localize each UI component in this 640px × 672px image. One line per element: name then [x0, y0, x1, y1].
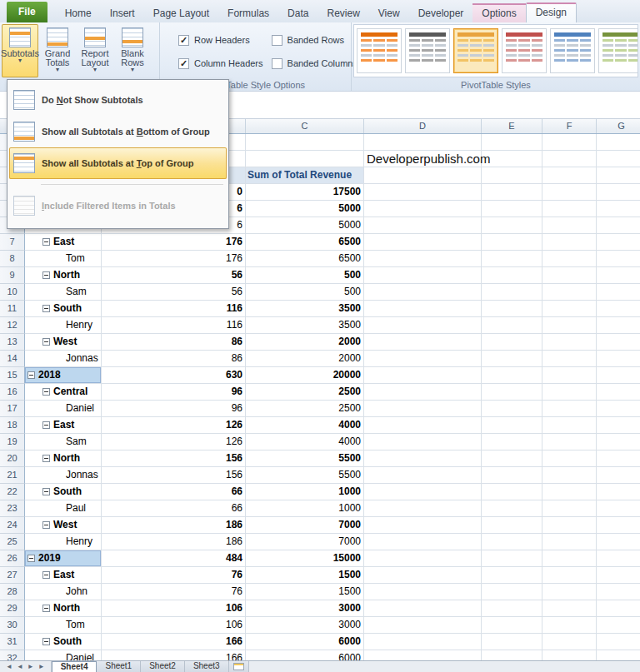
cell-e27[interactable]	[482, 567, 542, 584]
cell-b17[interactable]: 96	[102, 401, 246, 417]
cell-f6[interactable]	[542, 217, 597, 234]
cell-d4[interactable]	[364, 184, 482, 201]
cell-g30[interactable]	[597, 617, 640, 634]
cell-g24[interactable]	[597, 517, 640, 534]
cell-a12[interactable]: Henry	[25, 317, 102, 334]
cell-e12[interactable]	[482, 317, 542, 334]
cell-c31[interactable]: 6000	[246, 634, 364, 650]
cell-e8[interactable]	[482, 251, 542, 267]
cell-b25[interactable]: 186	[102, 534, 246, 550]
cell-e31[interactable]	[482, 634, 542, 650]
cell-d3[interactable]	[364, 167, 482, 184]
cell-c32[interactable]: 6000	[246, 650, 364, 660]
cell-c19[interactable]: 4000	[246, 434, 364, 450]
cell-e29[interactable]	[482, 600, 542, 617]
collapse-icon[interactable]	[42, 638, 50, 645]
cell-g21[interactable]	[597, 467, 640, 484]
cell-g13[interactable]	[597, 334, 640, 351]
column-header-e[interactable]: E	[482, 119, 542, 133]
cell-e18[interactable]	[482, 417, 542, 434]
collapse-icon[interactable]	[42, 305, 50, 312]
cell-e4[interactable]	[482, 184, 542, 201]
cell-c26[interactable]: 15000	[246, 550, 364, 567]
cell-f29[interactable]	[542, 600, 597, 617]
row-header-12[interactable]: 12	[0, 317, 25, 334]
cell-e28[interactable]	[482, 584, 542, 600]
cell-d7[interactable]	[364, 234, 482, 251]
row-header-21[interactable]: 21	[0, 467, 25, 484]
cell-g27[interactable]	[597, 567, 640, 584]
column-header-g[interactable]: G	[597, 119, 640, 133]
cell-g10[interactable]	[597, 284, 640, 301]
cell-f26[interactable]	[542, 550, 597, 567]
cell-c15[interactable]: 20000	[246, 367, 364, 384]
cell-g31[interactable]	[597, 634, 640, 650]
row-header-28[interactable]: 28	[0, 584, 25, 600]
cell-b29[interactable]: 106	[102, 600, 246, 617]
cell-f4[interactable]	[542, 184, 597, 201]
cell-f31[interactable]	[542, 634, 597, 650]
menu-item-none[interactable]: Do Not Show Subtotals	[9, 84, 227, 116]
cell-f18[interactable]	[542, 417, 597, 434]
cell-e24[interactable]	[482, 517, 542, 534]
cell-g5[interactable]	[597, 201, 640, 217]
row-header-25[interactable]: 25	[0, 534, 25, 550]
tab-data[interactable]: Data	[278, 5, 318, 22]
row-header-23[interactable]: 23	[0, 500, 25, 517]
cell-f13[interactable]	[542, 334, 597, 351]
cell-a13[interactable]: West	[25, 334, 102, 351]
cell-d16[interactable]	[364, 384, 482, 401]
cell-g23[interactable]	[597, 500, 640, 517]
collapse-icon[interactable]	[28, 555, 35, 562]
cell-g25[interactable]	[597, 534, 640, 550]
cell-e10[interactable]	[482, 284, 542, 301]
cell-e16[interactable]	[482, 384, 542, 401]
cell-e15[interactable]	[482, 367, 542, 384]
column-header-d[interactable]: D	[364, 119, 482, 133]
cell-f10[interactable]	[542, 284, 597, 301]
cell-b14[interactable]: 86	[102, 351, 246, 367]
cell-f17[interactable]	[542, 401, 597, 417]
cell-e3[interactable]	[482, 167, 542, 184]
cell-e9[interactable]	[482, 267, 542, 284]
pivot-style-red[interactable]	[502, 28, 547, 73]
cell-c28[interactable]: 1500	[246, 584, 364, 600]
row-header-9[interactable]: 9	[0, 267, 25, 284]
row-header-24[interactable]: 24	[0, 517, 25, 534]
cell-d5[interactable]	[364, 201, 482, 217]
row-header-26[interactable]: 26	[0, 550, 25, 567]
cell-b7[interactable]: 176	[102, 234, 246, 251]
cell-b21[interactable]: 156	[102, 467, 246, 484]
blank-rows-button[interactable]: BlankRows	[114, 24, 151, 77]
cell-f32[interactable]	[542, 650, 597, 660]
row-header-10[interactable]: 10	[0, 284, 25, 301]
cell-e5[interactable]	[482, 201, 542, 217]
collapse-icon[interactable]	[42, 488, 50, 495]
cell-c7[interactable]: 6500	[246, 234, 364, 251]
cell-d15[interactable]	[364, 367, 482, 384]
collapse-icon[interactable]	[42, 421, 50, 429]
row-header-17[interactable]: 17	[0, 401, 25, 417]
collapse-icon[interactable]	[42, 238, 50, 246]
row-header-8[interactable]: 8	[0, 251, 25, 267]
checkbox-banded-rows[interactable]: Banded Rows	[272, 31, 358, 49]
cell-b22[interactable]: 66	[102, 484, 246, 500]
tab-home[interactable]: Home	[56, 5, 101, 22]
cell-d6[interactable]	[364, 217, 482, 234]
collapse-icon[interactable]	[42, 521, 50, 529]
pivot-style-orange[interactable]	[357, 28, 402, 73]
cell-e11[interactable]	[482, 301, 542, 317]
cell-d8[interactable]	[364, 251, 482, 267]
cell-c5[interactable]: 5000	[246, 201, 364, 217]
cell-g15[interactable]	[597, 367, 640, 384]
cell-c29[interactable]: 3000	[246, 600, 364, 617]
row-header-22[interactable]: 22	[0, 484, 25, 500]
cell-c9[interactable]: 500	[246, 267, 364, 284]
cell-c24[interactable]: 7000	[246, 517, 364, 534]
cell-f9[interactable]	[542, 267, 597, 284]
cell-e26[interactable]	[482, 550, 542, 567]
cell-g20[interactable]	[597, 450, 640, 467]
row-header-19[interactable]: 19	[0, 434, 25, 450]
cell-f15[interactable]	[542, 367, 597, 384]
cell-g14[interactable]	[597, 351, 640, 367]
